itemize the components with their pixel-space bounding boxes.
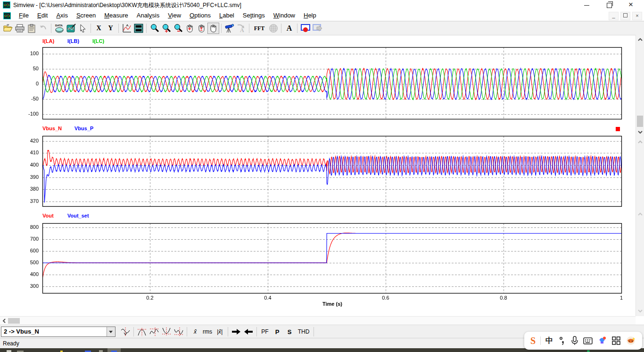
scroll-down-icon-3[interactable]	[637, 308, 644, 314]
ime-skin-icon[interactable]	[597, 336, 607, 345]
menu-axis[interactable]: Axis	[52, 10, 72, 21]
pan-zoom-out-button[interactable]	[196, 23, 207, 34]
menu-options[interactable]: Options	[185, 10, 215, 21]
zoom-icon	[150, 24, 159, 33]
vertical-scrollbar[interactable]	[636, 35, 644, 316]
zoom-in-icon	[162, 24, 171, 33]
menu-measure[interactable]: Measure	[100, 10, 132, 21]
menu-screen[interactable]: Screen	[72, 10, 100, 21]
edit-graph-icon	[66, 24, 76, 33]
ime-keyboard-icon[interactable]	[583, 336, 593, 345]
hscroll-thumb[interactable]	[8, 318, 20, 324]
global-max-button[interactable]	[136, 326, 148, 337]
mdi-close-button[interactable]: ×	[632, 12, 642, 20]
rms-button[interactable]: rms	[201, 326, 214, 337]
pan-zoom-in-button[interactable]	[184, 23, 196, 34]
menu-label[interactable]: Label	[215, 10, 239, 21]
fft-window-button[interactable]	[267, 23, 279, 34]
measure-button[interactable]	[223, 23, 235, 34]
capture-next-button[interactable]	[311, 23, 323, 34]
waveform-plot-area[interactable]	[0, 35, 644, 316]
y-tick-label: 400	[17, 162, 39, 168]
menu-edit[interactable]: Edit	[33, 10, 52, 21]
thd-button[interactable]: THD	[296, 326, 312, 337]
zoom-out-button[interactable]	[172, 23, 184, 34]
local-max-button[interactable]	[148, 326, 160, 337]
open-button[interactable]	[2, 23, 14, 34]
move-label-button[interactable]: A	[235, 23, 247, 34]
y-tick-label: 100	[17, 50, 39, 56]
mean-button[interactable]: x̄	[189, 326, 201, 337]
selected-curve-marker[interactable]	[616, 127, 620, 131]
fft-button[interactable]: FFT	[251, 23, 267, 34]
scroll-down-icon[interactable]	[637, 129, 644, 135]
measure-cursor-button[interactable]	[119, 326, 132, 337]
y-tick-label: -100	[17, 111, 39, 117]
taskbar-icon	[587, 350, 590, 352]
undo-button[interactable]	[37, 23, 49, 34]
select-pointer-button[interactable]	[77, 23, 89, 34]
edit-graph-button[interactable]	[65, 23, 77, 34]
menu-help[interactable]: Help	[299, 10, 321, 21]
replot-curve-button[interactable]	[121, 23, 132, 34]
menu-view[interactable]: View	[164, 10, 185, 21]
y-tick-label: 0	[17, 81, 39, 86]
zoom-button[interactable]	[149, 23, 160, 34]
y-tick-label: -50	[17, 96, 39, 101]
power-factor-button[interactable]: PF	[259, 326, 271, 337]
x-tick-label: 0.4	[257, 295, 278, 301]
abs-mean-button[interactable]: |x̄|	[214, 326, 226, 337]
data-icon: DATA	[54, 23, 65, 34]
taskbar-icon	[99, 350, 103, 352]
print-button[interactable]	[14, 23, 25, 34]
vscroll-thumb-1[interactable]	[637, 116, 643, 127]
next-point-right-button[interactable]	[230, 326, 242, 337]
view-data-button[interactable]: DATA	[53, 23, 65, 34]
next-point-left-button[interactable]	[242, 326, 255, 337]
menu-window[interactable]: Window	[269, 10, 299, 21]
minimize-button[interactable]	[576, 0, 597, 10]
y-tick-label: 300	[17, 283, 39, 289]
mdi-minimize-button[interactable]: _	[609, 12, 619, 20]
zoom-in-button[interactable]	[160, 23, 172, 34]
zoom-out-icon	[173, 24, 183, 33]
telescope-icon	[224, 24, 235, 33]
ime-punctuation-icon[interactable]	[558, 336, 566, 345]
legend-I(LA): I(LA)	[42, 38, 54, 44]
ime-language-toggle[interactable]: 中	[545, 336, 553, 346]
y-tick-label: 370	[17, 198, 39, 204]
combo-dropdown-button[interactable]	[107, 327, 115, 336]
menu-settings[interactable]: Settings	[239, 10, 269, 21]
local-min-button[interactable]	[173, 326, 185, 337]
ime-toolbox-icon[interactable]	[611, 336, 621, 345]
pan-button[interactable]	[207, 23, 219, 34]
capture-screen-button[interactable]	[299, 23, 311, 34]
x-axis-button[interactable]: X	[93, 23, 105, 34]
ime-logo[interactable]: S	[530, 335, 536, 346]
ime-emoji-icon[interactable]	[626, 335, 636, 346]
real-power-button[interactable]: P	[271, 326, 283, 337]
fft-label: FFT	[254, 25, 265, 32]
abs-mean-label: |x̄|	[217, 328, 223, 335]
global-min-button[interactable]	[160, 326, 173, 337]
curve-select-combo[interactable]: 2 -> Vbus_N	[1, 327, 116, 337]
status-text: Ready	[3, 340, 19, 347]
ime-microphone-icon[interactable]	[571, 336, 578, 345]
simview-window: Simview - [C:\Users\Administrator\Deskto…	[0, 0, 644, 352]
mdi-restore-button[interactable]	[620, 12, 630, 20]
add-text-button[interactable]: A	[283, 23, 295, 34]
scroll-left-icon[interactable]	[1, 318, 8, 324]
menu-file[interactable]: File	[15, 10, 33, 21]
restore-button[interactable]	[599, 0, 619, 10]
apparent-power-button[interactable]: S	[283, 326, 296, 337]
y-axis-button[interactable]: Y	[105, 23, 116, 34]
menu-analysis[interactable]: Analysis	[132, 10, 164, 21]
y-tick-label: 380	[17, 186, 39, 192]
split-screen-button[interactable]	[132, 23, 144, 34]
horizontal-scrollbar[interactable]	[0, 316, 636, 325]
scroll-up-icon[interactable]	[637, 36, 644, 43]
scroll-up-icon-3[interactable]	[637, 211, 644, 218]
close-button[interactable]: ×	[620, 0, 641, 10]
scroll-up-icon-2[interactable]	[637, 139, 644, 145]
copy-clipboard-button[interactable]	[25, 23, 37, 34]
